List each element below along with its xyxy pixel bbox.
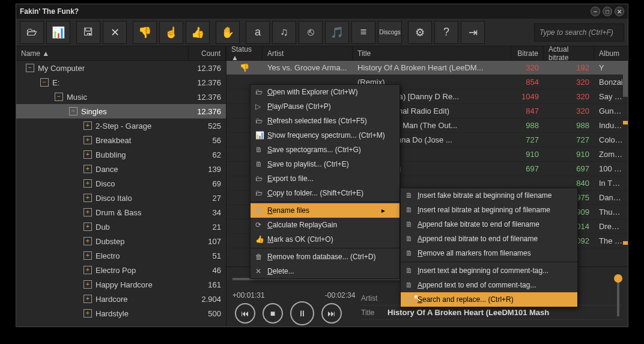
- open-folder-button[interactable]: 🗁: [20, 21, 44, 44]
- col-title[interactable]: Title: [353, 46, 511, 60]
- folder-tree[interactable]: −My Computer12.376−E:12.376−Music12.376−…: [16, 61, 226, 327]
- expand-icon[interactable]: +: [84, 150, 92, 159]
- tree-row[interactable]: −My Computer12.376: [16, 61, 226, 75]
- tree-row[interactable]: +Drum & Bass34: [16, 205, 226, 220]
- stop-button[interactable]: ■: [263, 303, 283, 324]
- scrollbar-thumb[interactable]: [623, 61, 628, 97]
- expand-icon[interactable]: +: [84, 136, 92, 144]
- expand-icon[interactable]: +: [84, 237, 92, 245]
- col-artist[interactable]: Artist: [263, 46, 353, 60]
- amazon-button[interactable]: a: [246, 21, 270, 44]
- expand-icon[interactable]: −: [55, 93, 63, 101]
- tree-row[interactable]: +2-Step - Garage525: [16, 118, 226, 133]
- settings-button[interactable]: ⚙: [408, 21, 432, 44]
- track-row[interactable]: 👎Yes vs. Groove Arma...History Of A Brok…: [226, 61, 628, 75]
- cell-actual-bitrate: 320: [544, 78, 594, 87]
- expand-icon[interactable]: +: [84, 280, 92, 289]
- help-button[interactable]: ?: [434, 21, 458, 44]
- menu-item[interactable]: 🗎Append real bitrate to end of filename: [401, 232, 577, 246]
- menu-item[interactable]: 🗎Append fake bitrate to end of filename: [401, 217, 577, 232]
- thumbs-down-button[interactable]: 👎: [133, 21, 157, 44]
- rename-submenu[interactable]: 🗎Insert fake bitrate at beginning of fil…: [400, 188, 578, 307]
- save-button[interactable]: 🖫: [76, 21, 100, 44]
- expand-icon[interactable]: +: [84, 179, 92, 188]
- hand-button[interactable]: ✋: [216, 21, 240, 44]
- tree-row[interactable]: +Electro51: [16, 248, 226, 263]
- menu-item[interactable]: 🗁Refresh selected files (Ctrl+F5): [251, 114, 399, 128]
- menu-item[interactable]: 🗎Save spectograms... (Ctrl+G): [251, 143, 399, 157]
- expand-icon[interactable]: +: [84, 251, 92, 260]
- tree-row[interactable]: +Bubbling62: [16, 147, 226, 162]
- col-name[interactable]: Name ▲: [16, 46, 189, 60]
- tree-row[interactable]: +Disco Italo27: [16, 191, 226, 205]
- minimize-button[interactable]: –: [591, 7, 600, 16]
- menu-item[interactable]: 🗁Open with Explorer (Ctrl+W): [251, 85, 399, 99]
- discogs-button[interactable]: Discogs: [378, 21, 402, 44]
- expand-icon[interactable]: +: [84, 295, 92, 303]
- menu-item[interactable]: 🗎Rename files▸: [251, 203, 399, 218]
- tree-row[interactable]: −Singles12.376: [16, 104, 226, 118]
- notes-button[interactable]: 🎵: [325, 21, 349, 44]
- meta-title-label: Title: [361, 309, 387, 317]
- prev-button[interactable]: ⏮: [235, 303, 255, 324]
- tree-row[interactable]: +Dubstep107: [16, 234, 226, 248]
- volume-slider[interactable]: [617, 278, 619, 316]
- expand-icon[interactable]: +: [84, 266, 92, 274]
- menu-item[interactable]: 👍Mark as OK (Ctrl+O): [251, 232, 399, 247]
- cancel-button[interactable]: ✕: [103, 21, 127, 44]
- expand-icon[interactable]: +: [84, 309, 92, 318]
- menu-item[interactable]: 🗎Remove all markers from filenames: [401, 246, 577, 260]
- expand-icon[interactable]: −: [69, 107, 77, 115]
- music-button[interactable]: ♫: [272, 21, 296, 44]
- tree-row[interactable]: −E:12.376: [16, 75, 226, 90]
- exit-button[interactable]: ⇥: [461, 21, 485, 44]
- expand-icon[interactable]: −: [26, 64, 34, 72]
- pause-button[interactable]: ⏸: [290, 301, 314, 325]
- col-status[interactable]: Status ▲: [226, 46, 263, 60]
- col-album[interactable]: Album: [594, 46, 628, 60]
- tree-row[interactable]: +Electro Pop46: [16, 263, 226, 277]
- col-actual-bitrate[interactable]: Actual bitrate: [544, 46, 594, 60]
- search-input[interactable]: Type to search (Ctrl+F): [534, 23, 624, 41]
- thumbs-up-button[interactable]: 👍: [186, 21, 210, 44]
- menu-item[interactable]: 🗑Remove from database... (Ctrl+D): [251, 250, 399, 264]
- expand-icon[interactable]: −: [40, 78, 49, 87]
- menu-item[interactable]: 🗎Insert fake bitrate at beginning of fil…: [401, 188, 577, 203]
- menu-item[interactable]: ⟳Calculate ReplayGain: [251, 218, 399, 232]
- tree-row[interactable]: +Disco69: [16, 176, 226, 191]
- menu-item[interactable]: 🗎Save to playlist... (Ctrl+E): [251, 157, 399, 171]
- expand-icon[interactable]: +: [84, 208, 92, 217]
- menu-item[interactable]: 📊Show frequency spectrum... (Ctrl+M): [251, 128, 399, 143]
- expand-icon[interactable]: +: [84, 194, 92, 202]
- close-button[interactable]: ✕: [615, 7, 624, 16]
- menu-item[interactable]: 🗁Copy to folder... (Shift+Ctrl+E): [251, 186, 399, 200]
- menu-item[interactable]: 🗎Search and replace... (Ctrl+R): [401, 292, 577, 307]
- tree-row[interactable]: +Hardcore2.904: [16, 292, 226, 306]
- tree-row[interactable]: +Dub21: [16, 220, 226, 234]
- menu-item[interactable]: 🗎Append text to end of comment-tag...: [401, 278, 577, 292]
- menu-item[interactable]: 🗁Export to file...: [251, 171, 399, 186]
- point-up-button[interactable]: ☝: [159, 21, 183, 44]
- expand-icon[interactable]: +: [84, 165, 92, 173]
- tree-row[interactable]: +Dance139: [16, 162, 226, 176]
- beatport-button[interactable]: ⎋: [299, 21, 323, 44]
- context-menu[interactable]: 🗁Open with Explorer (Ctrl+W)▷Play/Pause …: [250, 84, 400, 279]
- tree-row[interactable]: +Breakbeat56: [16, 133, 226, 147]
- menu-item[interactable]: ▷Play/Pause (Ctrl+P): [251, 99, 399, 114]
- col-count[interactable]: Count: [189, 46, 226, 60]
- tree-row[interactable]: +Hardstyle500: [16, 306, 226, 321]
- expand-icon[interactable]: +: [84, 223, 92, 231]
- maximize-button[interactable]: □: [603, 7, 612, 16]
- tree-label: My Computer: [38, 64, 184, 73]
- tree-row[interactable]: −Music12.376: [16, 90, 226, 104]
- spectrum-button[interactable]: 📊: [46, 21, 70, 44]
- menu-item[interactable]: 🗎Insert real bitrate at beginning of fil…: [401, 203, 577, 217]
- menu-item[interactable]: 🗎Insert text at beginning of comment-tag…: [401, 263, 577, 278]
- next-button[interactable]: ⏭: [321, 303, 342, 324]
- expand-icon[interactable]: +: [84, 121, 92, 130]
- tree-row[interactable]: +Happy Hardcore161: [16, 277, 226, 292]
- equalizer-button[interactable]: ≡: [351, 21, 375, 44]
- menu-item[interactable]: ✕Delete...: [251, 264, 399, 278]
- volume-knob[interactable]: [614, 274, 622, 283]
- col-bitrate[interactable]: Bitrate: [511, 46, 544, 60]
